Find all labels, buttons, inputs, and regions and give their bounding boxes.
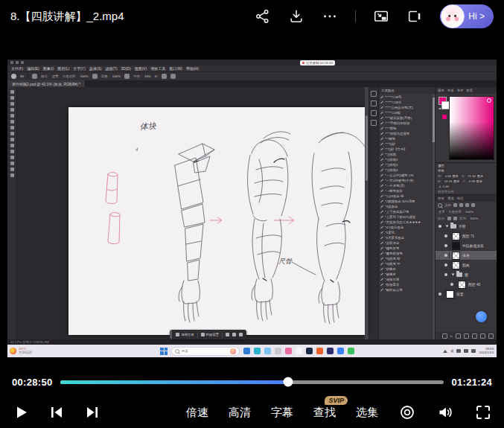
record-screen-icon[interactable] <box>398 403 416 421</box>
canvas-label-tikuai: 体块 <box>139 121 157 131</box>
h-value: 24.26 厘米 <box>443 179 460 183</box>
more-options-icon[interactable] <box>322 8 338 25</box>
layers-filter-row: 类型 <box>436 202 497 208</box>
brush-icon <box>380 153 383 156</box>
progress-thumb[interactable] <box>284 377 293 387</box>
play-button[interactable] <box>12 403 30 421</box>
tool-icon <box>10 120 14 124</box>
ps-undo-icon <box>16 61 19 64</box>
brush-icon <box>380 231 383 234</box>
tool-icon <box>10 150 14 153</box>
new-layer-icon <box>480 333 485 339</box>
w-value: 4.66 厘米 <box>444 174 459 178</box>
color-panel: ▲ <box>436 94 497 162</box>
tool-icon <box>10 108 14 112</box>
taskbar-app-icon <box>296 348 302 354</box>
filter-pixel-icon <box>453 203 457 207</box>
link-layers-icon <box>442 333 447 339</box>
previous-episode-button[interactable] <box>48 403 66 421</box>
ps-toolbar <box>7 87 17 339</box>
layer-name: 腿 <box>465 272 468 277</box>
layer-visibility-icon <box>443 252 450 258</box>
filter-shape-icon <box>471 203 475 207</box>
preset-label: *纹理晕染 <box>385 283 399 287</box>
mini-player-icon[interactable] <box>406 8 423 25</box>
progress-bar[interactable] <box>60 380 443 384</box>
floating-widget <box>476 311 487 322</box>
start-button-icon <box>160 348 168 355</box>
find-button[interactable]: 查找 <box>313 406 336 418</box>
preset-row: *一蜡笔杂质 <box>380 188 433 194</box>
remove-background-icon <box>201 333 205 336</box>
canvas-label-chigu: 尺骨 <box>278 258 293 265</box>
next-episode-button[interactable] <box>83 403 101 421</box>
preset-row: **()排线4 <box>380 167 433 173</box>
fullscreen-icon[interactable] <box>474 403 492 421</box>
preset-row: *颗粒噪点笔 <box>380 287 433 293</box>
pressure-size-icon <box>162 74 167 79</box>
taskbar-app-icon <box>285 348 292 354</box>
document-tab-label: 课件线稿2.psd @ 42.1% (体块, RGB/8#) * <box>12 82 80 86</box>
preset-row: ****喷枪 <box>380 126 433 131</box>
properties-title: 属性 <box>438 164 444 167</box>
preset-row: *勾线笔 中 <box>380 261 433 266</box>
color-panel-tab: 色板 <box>447 89 454 92</box>
preset-label: ****草图问题纹理 <box>385 121 409 125</box>
brush-icon <box>380 278 383 281</box>
quality-button[interactable]: 高清 <box>229 406 251 420</box>
color-panel-tab: 颜色 <box>438 89 444 92</box>
layer-visibility-icon <box>437 223 444 229</box>
taskbar-app-icon <box>275 348 281 354</box>
tray-expand-icon <box>443 350 447 353</box>
preset-row: *一大U环硬笔(干湿) <box>380 178 433 183</box>
brush-icon <box>380 200 383 202</box>
assistant-button[interactable]: Hi > <box>440 4 494 28</box>
taskbar-app-icon <box>348 348 354 354</box>
layer-mask-icon <box>456 333 461 339</box>
h-label: H: <box>438 179 441 183</box>
brush-icon <box>380 289 383 291</box>
weather-icon <box>10 348 16 354</box>
brush-icon <box>380 205 383 208</box>
share-icon[interactable] <box>255 8 271 25</box>
episodes-button[interactable]: 选集 <box>356 406 378 420</box>
ps-menu-item: 图像(I) <box>43 66 54 71</box>
preset-label: *颗粒噪点笔 <box>385 288 403 292</box>
layers-panel: 图层通道路径 类型 正常 不透明度: 100% <box>436 194 497 339</box>
transform-section-label: 变换 <box>438 169 444 173</box>
fill-label: 填充: <box>459 217 467 220</box>
zoom-and-doc-size: 42.17% 文档:2.72M/35.8M <box>10 340 49 344</box>
tool-icon <box>10 90 14 94</box>
airbrush-icon <box>124 74 130 79</box>
tool-icon <box>10 167 14 171</box>
layer-row: 图层 40 <box>436 280 497 290</box>
color-panel-tab: 图案 <box>466 89 473 92</box>
playback-speed-button[interactable]: 倍速 <box>186 406 208 420</box>
video-surface[interactable]: 正在录制 00:26:45 文件(F)编辑(E)图像(I)图层(L)文字(Y)选… <box>7 60 497 357</box>
x-label: X: <box>462 174 465 178</box>
preset-row: *****C08粗 <box>380 110 433 115</box>
layer-visibility-icon <box>443 262 450 268</box>
tool-icon <box>10 173 14 177</box>
controls-bar: 倍速 高清 字幕 查找 SVIP 选集 <box>0 397 504 428</box>
brush-icon <box>380 226 383 229</box>
preset-label: *叠色纹理笔 <box>385 252 403 255</box>
preset-label: *硬橡皮 <box>385 272 396 276</box>
taskbar-app-icon <box>337 348 344 354</box>
subtitle-button[interactable]: 字幕 <box>271 406 293 420</box>
taskbar-search: 搜索 <box>171 347 240 356</box>
preset-row: *****山民合铅笔(大) <box>380 105 433 110</box>
preset-row: *一干湿笔(宽) <box>380 183 433 188</box>
preset-label: *上雾化下杂50%虚实 <box>385 215 415 219</box>
smoothing-label: 平滑: <box>133 74 141 78</box>
ps-menu-item: 视图(V) <box>135 66 147 71</box>
download-icon[interactable] <box>288 8 304 25</box>
layer-visibility-icon <box>449 281 456 287</box>
preset-row: *涂抹过渡 <box>380 277 433 282</box>
layer-row: 手臂 <box>436 222 497 231</box>
volume-icon[interactable] <box>436 403 454 421</box>
player-header: 8.【四肢讲解】_2.mp4 Hi > <box>0 0 504 33</box>
picture-in-picture-icon[interactable] <box>373 8 389 25</box>
ps-menu-item: 3D(D) <box>121 67 131 71</box>
layer-name: 手臂 <box>459 224 466 229</box>
